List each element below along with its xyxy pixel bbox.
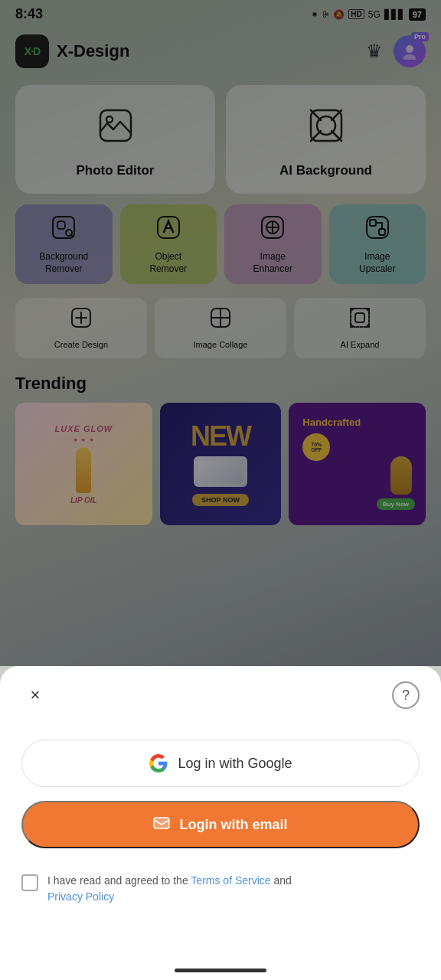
email-login-button[interactable]: Login with email — [21, 801, 420, 848]
terms-and: and — [271, 874, 292, 887]
google-icon — [149, 753, 168, 773]
email-icon — [153, 815, 170, 835]
terms-row: I have read and agreed to the Terms of S… — [21, 873, 420, 905]
terms-of-service-link[interactable]: Terms of Service — [191, 874, 270, 887]
email-login-label: Login with email — [179, 817, 287, 833]
bottom-sheet: × ? Log in with Google Login with email … — [0, 666, 441, 980]
svg-rect-31 — [154, 818, 169, 828]
sheet-help-button[interactable]: ? — [392, 681, 420, 709]
terms-text: I have read and agreed to the Terms of S… — [47, 873, 292, 905]
modal-overlay — [0, 0, 441, 666]
home-indicator — [175, 969, 266, 972]
sheet-top-bar: × ? — [21, 681, 420, 709]
terms-prefix: I have read and agreed to the — [47, 874, 191, 887]
terms-checkbox[interactable] — [21, 874, 38, 891]
google-login-button[interactable]: Log in with Google — [21, 740, 420, 787]
privacy-policy-link[interactable]: Privacy Policy — [47, 890, 114, 903]
sheet-close-button[interactable]: × — [21, 681, 49, 709]
google-login-label: Log in with Google — [178, 756, 292, 772]
